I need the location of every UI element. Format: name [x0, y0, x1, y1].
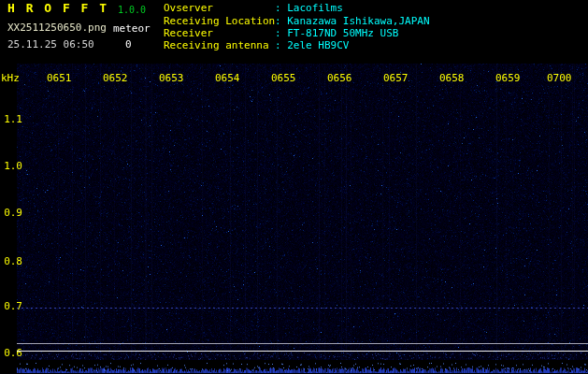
- calibration-line-upper: [17, 343, 588, 344]
- hrofft-window: H R O F F T 1.0.0 XX2511250650.png meteo…: [0, 0, 588, 374]
- info-label-location: Receiving Location: [164, 16, 275, 27]
- time-label: 0656: [327, 73, 352, 84]
- app-title: H R O F F T: [7, 3, 108, 14]
- info-label-receiver: Receiver: [164, 28, 213, 39]
- info-value-receiver: : FT-817ND 50MHz USB: [275, 28, 398, 39]
- freq-label: 0.8: [2, 256, 22, 267]
- freq-label: 0.9: [2, 208, 22, 219]
- time-label: 0651: [47, 73, 72, 84]
- time-label: 0654: [215, 73, 240, 84]
- app-version: 1.0.0: [118, 5, 146, 16]
- time-label: 0658: [439, 73, 465, 84]
- spectrogram-canvas: [0, 0, 588, 374]
- capture-timestamp: 25.11.25 06:50: [7, 39, 94, 50]
- signal-trace-line: [17, 308, 588, 309]
- time-label: 0659: [495, 73, 521, 84]
- mode-label: meteor: [113, 23, 151, 35]
- info-value-observer: : Lacofilms: [275, 3, 343, 14]
- info-label-observer: Ovserver: [164, 3, 213, 14]
- freq-label: 0.7: [2, 301, 22, 312]
- freq-label: 0.6: [2, 348, 22, 359]
- info-label-antenna: Receiving antenna: [164, 40, 269, 51]
- time-label: 0700: [547, 73, 572, 84]
- info-value-antenna: : 2ele HB9CV: [275, 40, 349, 51]
- time-label: 0653: [159, 73, 184, 84]
- time-label: 0652: [103, 73, 128, 84]
- freq-label: 1.0: [2, 161, 22, 172]
- time-label: 0657: [383, 73, 409, 84]
- info-value-location: : Kanazawa Ishikawa,JAPAN: [275, 16, 430, 27]
- echo-counter: 0: [125, 39, 132, 50]
- freq-unit-label: kHz: [1, 73, 20, 84]
- time-label: 0655: [271, 73, 296, 84]
- calibration-line-lower: [17, 351, 588, 352]
- freq-label: 1.1: [2, 114, 22, 125]
- output-filename: XX2511250650.png: [7, 22, 107, 34]
